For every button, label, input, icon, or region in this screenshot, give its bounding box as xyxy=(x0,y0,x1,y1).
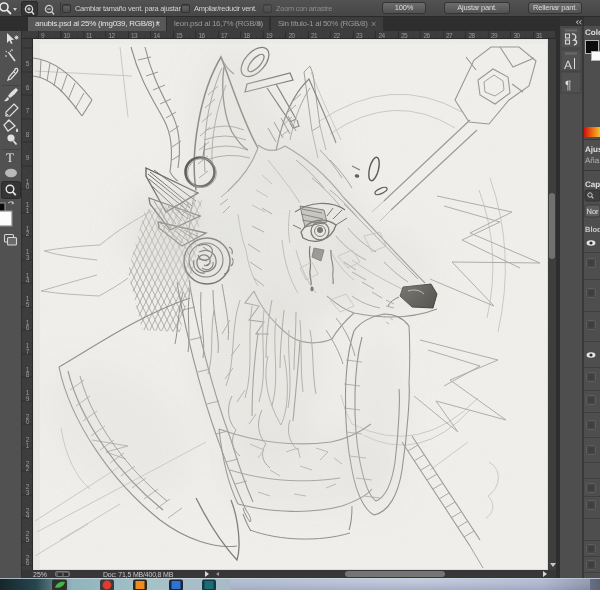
svg-text:Nor: Nor xyxy=(587,207,600,216)
svg-text:T: T xyxy=(6,150,14,165)
svg-text:A: A xyxy=(564,58,572,72)
svg-text:Capa: Capa xyxy=(585,180,600,189)
svg-text:Colo: Colo xyxy=(585,28,600,37)
svg-text:Aña: Aña xyxy=(585,156,600,165)
svg-text:Ajus: Ajus xyxy=(585,145,600,154)
svg-text:¶: ¶ xyxy=(565,78,571,92)
